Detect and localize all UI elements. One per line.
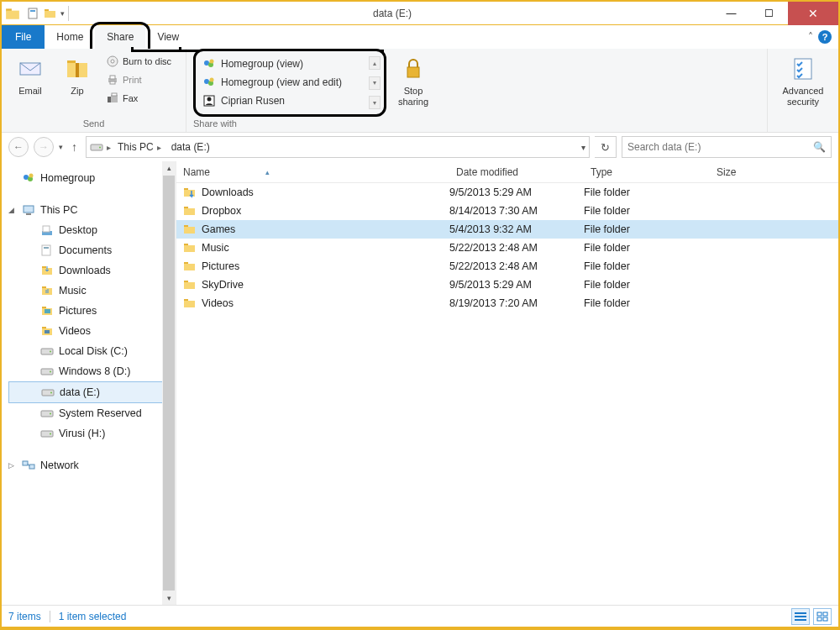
svg-rect-81 (817, 617, 822, 621)
search-box[interactable]: 🔍 (622, 136, 832, 158)
column-type[interactable]: Type (584, 166, 710, 178)
navpane-scrollbar[interactable]: ▴ ▾ (162, 161, 176, 605)
nav-item-system-reserved[interactable]: System Reserved (8, 403, 172, 423)
print-button[interactable]: Print (102, 71, 175, 89)
tab-share[interactable]: Share (95, 25, 145, 49)
fax-button[interactable]: Fax (102, 89, 175, 108)
file-row[interactable]: Dropbox8/14/2013 7:30 AMFile folder (176, 202, 838, 220)
nav-item-icon (40, 284, 54, 297)
tab-view[interactable]: View (145, 25, 191, 49)
svg-rect-71 (184, 264, 195, 270)
nav-item-local-disk-c-[interactable]: Local Disk (C:) (8, 341, 172, 361)
svg-rect-34 (26, 213, 31, 215)
gallery-more-icon[interactable]: ▾ (369, 96, 381, 109)
tab-file[interactable]: File (2, 25, 45, 49)
svg-rect-5 (45, 11, 55, 18)
share-gallery[interactable]: Homegroup (view) Homegroup (view and edi… (193, 49, 386, 117)
svg-point-52 (50, 371, 51, 373)
share-homegroup-edit[interactable]: Homegroup (view and edit) (199, 73, 381, 92)
gallery-up-icon[interactable]: ▴ (369, 56, 381, 70)
back-button[interactable]: ← (8, 137, 29, 157)
gallery-scroll[interactable]: ▴ ▾ ▾ (369, 56, 381, 109)
nav-this-pc[interactable]: ◢ This PC (8, 200, 172, 220)
nav-item-icon (40, 244, 54, 257)
nav-item-data-e-[interactable]: data (E:) (8, 381, 172, 403)
maximize-button[interactable]: ☐ (750, 2, 788, 25)
nav-item-pictures[interactable]: Pictures (8, 301, 172, 321)
navigation-pane[interactable]: Homegroup ◢ This PC DesktopDocumentsDown… (2, 161, 176, 605)
share-user-ciprian[interactable]: Ciprian Rusen (199, 92, 381, 110)
burn-button[interactable]: Burn to disc (102, 52, 175, 71)
breadcrumb-this-pc[interactable]: This PC▸ (114, 141, 165, 153)
file-row[interactable]: Music5/22/2013 2:48 AMFile folder (176, 239, 838, 257)
nav-item-icon (41, 386, 55, 399)
nav-item-music[interactable]: Music (8, 281, 172, 301)
advanced-security-button[interactable]: Advanced security (774, 52, 832, 117)
svg-rect-60 (29, 465, 34, 469)
file-list: Name▴ Date modified Type Size Downloads9… (176, 161, 838, 605)
zip-icon (64, 55, 91, 82)
nav-item-icon (40, 223, 54, 237)
history-dropdown-icon[interactable]: ▾ (59, 143, 63, 151)
column-size[interactable]: Size (710, 166, 838, 178)
qat-dropdown-icon[interactable]: ▾ (60, 9, 65, 18)
svg-rect-26 (407, 67, 419, 77)
scroll-down-icon[interactable]: ▾ (162, 591, 176, 605)
lock-icon (400, 55, 427, 82)
nav-homegroup[interactable]: Homegroup (8, 168, 172, 188)
column-date[interactable]: Date modified (449, 166, 584, 178)
scroll-thumb[interactable] (163, 176, 175, 591)
file-row[interactable]: Videos8/19/2013 7:20 AMFile folder (176, 294, 838, 312)
svg-rect-78 (795, 619, 806, 621)
stop-sharing-button[interactable]: Stop sharing (391, 52, 435, 117)
help-icon[interactable]: ? (818, 30, 832, 44)
details-view-icon (795, 612, 806, 622)
nav-item-videos[interactable]: Videos (8, 321, 172, 341)
zip-button[interactable]: Zip (55, 52, 99, 117)
tab-home[interactable]: Home (45, 25, 95, 49)
view-details-button[interactable] (791, 608, 810, 625)
forward-button[interactable]: → (34, 137, 54, 157)
collapse-icon[interactable]: ◢ (8, 206, 17, 214)
qat-properties-icon[interactable] (27, 7, 40, 20)
minimize-button[interactable]: — (712, 2, 750, 25)
nav-item-documents[interactable]: Documents (8, 240, 172, 260)
address-dropdown-icon[interactable]: ▾ (581, 143, 585, 152)
refresh-button[interactable]: ↻ (595, 136, 617, 158)
gallery-down-icon[interactable]: ▾ (369, 76, 381, 90)
checklist-icon (790, 55, 816, 82)
file-row[interactable]: Games5/4/2013 9:32 AMFile folder (176, 220, 838, 239)
nav-item-icon (40, 264, 54, 277)
expand-icon[interactable]: ▷ (8, 461, 17, 470)
breadcrumb-data-e[interactable]: data (E:) (168, 141, 213, 153)
svg-rect-45 (45, 309, 50, 313)
nav-item-virusi-h-[interactable]: Virusi (H:) (8, 423, 172, 444)
email-button[interactable]: Email (8, 52, 52, 117)
nav-item-desktop[interactable]: Desktop (8, 220, 172, 240)
svg-rect-37 (42, 245, 50, 255)
svg-rect-48 (45, 330, 50, 333)
view-large-icons-button[interactable] (813, 608, 832, 625)
close-button[interactable]: ✕ (788, 2, 838, 25)
search-input[interactable] (627, 141, 813, 153)
qat-new-folder-icon[interactable] (44, 7, 57, 20)
nav-item-windows-8-d-[interactable]: Windows 8 (D:) (8, 361, 172, 381)
up-button[interactable]: ↑ (68, 140, 81, 154)
ribbon-group-send-label: Send (8, 117, 179, 132)
share-homegroup-view[interactable]: Homegroup (view) (199, 55, 381, 73)
svg-rect-33 (24, 206, 34, 213)
file-row[interactable]: Pictures5/22/2013 2:48 AMFile folder (176, 257, 838, 276)
folder-icon (183, 260, 197, 273)
homegroup-icon (22, 171, 35, 185)
nav-item-downloads[interactable]: Downloads (8, 260, 172, 281)
file-row[interactable]: Downloads9/5/2013 5:29 AMFile folder (176, 183, 838, 202)
nav-network[interactable]: ▷ Network (8, 455, 172, 475)
search-icon[interactable]: 🔍 (813, 141, 826, 153)
scroll-up-icon[interactable]: ▴ (162, 161, 176, 175)
column-name[interactable]: Name▴ (176, 166, 449, 178)
breadcrumb-box[interactable]: ▸ This PC▸ data (E:) ▾ (86, 136, 590, 158)
collapse-ribbon-icon[interactable]: ˄ (808, 31, 813, 43)
system-menu-icon[interactable] (5, 6, 20, 21)
folder-icon (183, 297, 197, 310)
file-row[interactable]: SkyDrive9/5/2013 5:29 AMFile folder (176, 276, 838, 294)
